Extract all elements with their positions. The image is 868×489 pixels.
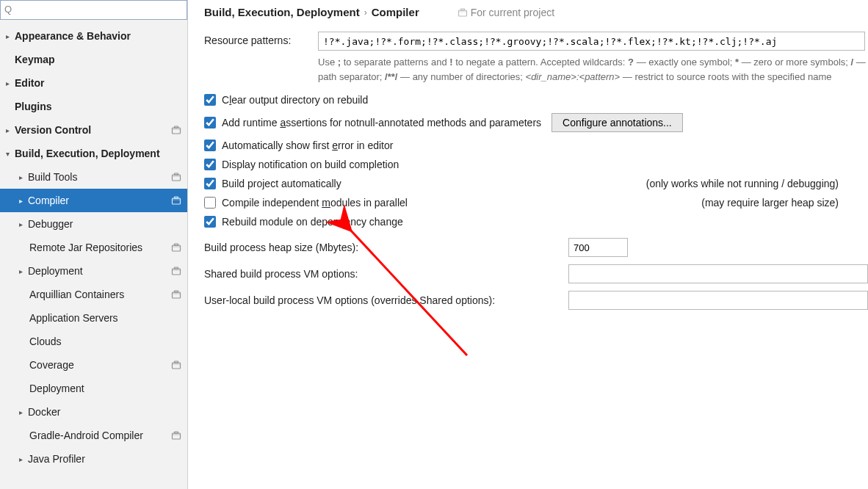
project-icon bbox=[171, 195, 181, 206]
build-automatically-checkbox[interactable] bbox=[204, 178, 216, 189]
sidebar-item-keymap[interactable]: Keymap bbox=[0, 48, 187, 71]
project-icon bbox=[171, 430, 181, 441]
sidebar-item-label: Java Profiler bbox=[25, 453, 181, 465]
sidebar-item-label: Debugger bbox=[25, 218, 181, 230]
chevron-right-icon: ▸ bbox=[16, 173, 25, 181]
project-icon bbox=[171, 289, 181, 300]
sidebar-item-deployment[interactable]: ▸Deployment bbox=[0, 259, 187, 283]
project-icon bbox=[457, 7, 468, 18]
user-vm-label: User-local build process VM options (ove… bbox=[204, 294, 568, 306]
sidebar-item-label: Appearance & Behavior bbox=[12, 30, 181, 42]
compile-parallel-checkbox[interactable] bbox=[204, 197, 216, 209]
sidebar-item-label: Version Control bbox=[12, 124, 168, 136]
chevron-right-icon: ▸ bbox=[16, 267, 25, 275]
display-notification-checkbox[interactable] bbox=[204, 159, 216, 170]
compile-parallel-label[interactable]: Compile independent modules in parallel bbox=[222, 197, 408, 209]
sidebar-item-label: Editor bbox=[12, 77, 181, 89]
resource-patterns-input[interactable] bbox=[318, 32, 865, 51]
chevron-right-icon: ▸ bbox=[3, 126, 12, 134]
chevron-right-icon: ▸ bbox=[16, 408, 25, 416]
project-icon bbox=[171, 266, 181, 276]
chevron-right-icon: ▸ bbox=[16, 220, 25, 228]
sidebar-item-label: Deployment bbox=[25, 265, 168, 277]
show-first-error-label[interactable]: Automatically show first error in editor bbox=[222, 140, 393, 151]
sidebar-item-label: Build Tools bbox=[25, 171, 168, 183]
sidebar-item-label: Plugins bbox=[12, 101, 181, 112]
sidebar-item-label: Clouds bbox=[26, 336, 181, 347]
rebuild-dep-checkbox[interactable] bbox=[204, 216, 216, 228]
configure-annotations-button[interactable]: Configure annotations... bbox=[551, 113, 683, 132]
clear-output-label[interactable]: Clear output directory on rebuild bbox=[222, 94, 368, 106]
project-icon bbox=[171, 360, 181, 370]
shared-vm-label: Shared build process VM options: bbox=[204, 268, 568, 280]
sidebar-item-compiler[interactable]: ▸Compiler bbox=[0, 189, 187, 212]
build-automatically-hint: (only works while not running / debuggin… bbox=[646, 178, 868, 189]
sidebar-item-plugins[interactable]: Plugins bbox=[0, 95, 187, 118]
resource-patterns-help: Use ; to separate patterns and ! to nega… bbox=[204, 55, 868, 84]
sidebar-item-version-control[interactable]: ▸Version Control bbox=[0, 118, 187, 142]
sidebar-item-clouds[interactable]: Clouds bbox=[0, 330, 187, 353]
sidebar-item-label: Coverage bbox=[26, 359, 168, 371]
sidebar-item-application-servers[interactable]: Application Servers bbox=[0, 306, 187, 330]
search-input[interactable] bbox=[0, 0, 187, 20]
sidebar-item-label: Keymap bbox=[12, 54, 181, 65]
runtime-assertions-checkbox[interactable] bbox=[204, 117, 216, 128]
sidebar-item-debugger[interactable]: ▸Debugger bbox=[0, 212, 187, 236]
chevron-right-icon: ▸ bbox=[16, 197, 25, 205]
user-vm-input[interactable] bbox=[568, 291, 868, 310]
sidebar-item-editor[interactable]: ▸Editor bbox=[0, 71, 187, 95]
resource-patterns-label: Resource patterns: bbox=[204, 32, 318, 46]
sidebar-item-build-tools[interactable]: ▸Build Tools bbox=[0, 165, 187, 189]
runtime-assertions-label[interactable]: Add runtime assertions for notnull-annot… bbox=[222, 117, 541, 128]
project-icon bbox=[171, 125, 181, 135]
build-automatically-label[interactable]: Build project automatically bbox=[222, 178, 341, 189]
sidebar-item-label: Docker bbox=[25, 406, 181, 418]
sidebar-item-label: Application Servers bbox=[26, 312, 181, 324]
breadcrumb-b: Compiler bbox=[372, 6, 419, 18]
sidebar-item-java-profiler[interactable]: ▸Java Profiler bbox=[0, 447, 187, 471]
sidebar-item-label: Deployment bbox=[26, 383, 181, 394]
compile-parallel-hint: (may require larger heap size) bbox=[701, 197, 868, 209]
sidebar-item-gradle-android-compiler[interactable]: Gradle-Android Compiler bbox=[0, 424, 187, 447]
sidebar-item-label: Build, Execution, Deployment bbox=[12, 148, 181, 159]
clear-output-checkbox[interactable] bbox=[204, 94, 216, 106]
rebuild-dep-label[interactable]: Rebuild module on dependency change bbox=[222, 216, 403, 228]
settings-tree: ▸Appearance & BehaviorKeymap▸EditorPlugi… bbox=[0, 20, 187, 489]
project-badge: For current project bbox=[457, 7, 554, 18]
project-icon bbox=[171, 242, 181, 253]
search-icon: Q bbox=[4, 4, 12, 15]
project-icon bbox=[171, 172, 181, 182]
sidebar-item-deployment[interactable]: Deployment bbox=[0, 377, 187, 400]
shared-vm-input[interactable] bbox=[568, 264, 868, 283]
heap-size-input[interactable] bbox=[568, 238, 628, 257]
sidebar-item-build-execution-deployment[interactable]: ▾Build, Execution, Deployment bbox=[0, 142, 187, 165]
display-notification-label[interactable]: Display notification on build completion bbox=[222, 159, 399, 170]
sidebar-item-label: Arquillian Containers bbox=[26, 289, 168, 300]
settings-sidebar: Q ▸Appearance & BehaviorKeymap▸EditorPlu… bbox=[0, 0, 188, 489]
chevron-right-icon: ▸ bbox=[3, 79, 12, 87]
project-badge-label: For current project bbox=[471, 7, 554, 18]
sidebar-item-label: Remote Jar Repositories bbox=[26, 242, 168, 253]
sidebar-item-remote-jar-repositories[interactable]: Remote Jar Repositories bbox=[0, 236, 187, 259]
sidebar-item-arquillian-containers[interactable]: Arquillian Containers bbox=[0, 283, 187, 306]
chevron-right-icon: ▸ bbox=[3, 32, 12, 40]
show-first-error-checkbox[interactable] bbox=[204, 140, 216, 151]
settings-main: Build, Execution, Deployment › Compiler … bbox=[188, 0, 868, 489]
chevron-right-icon: ▸ bbox=[16, 455, 25, 463]
sidebar-item-docker[interactable]: ▸Docker bbox=[0, 400, 187, 424]
sidebar-item-label: Compiler bbox=[25, 195, 168, 206]
sidebar-item-coverage[interactable]: Coverage bbox=[0, 353, 187, 377]
sidebar-item-appearance-behavior[interactable]: ▸Appearance & Behavior bbox=[0, 24, 187, 48]
breadcrumb-a: Build, Execution, Deployment bbox=[204, 6, 360, 18]
chevron-down-icon: ▾ bbox=[3, 150, 12, 158]
chevron-right-icon: › bbox=[364, 7, 367, 18]
heap-size-label: Build process heap size (Mbytes): bbox=[204, 242, 568, 253]
sidebar-item-label: Gradle-Android Compiler bbox=[26, 430, 168, 441]
